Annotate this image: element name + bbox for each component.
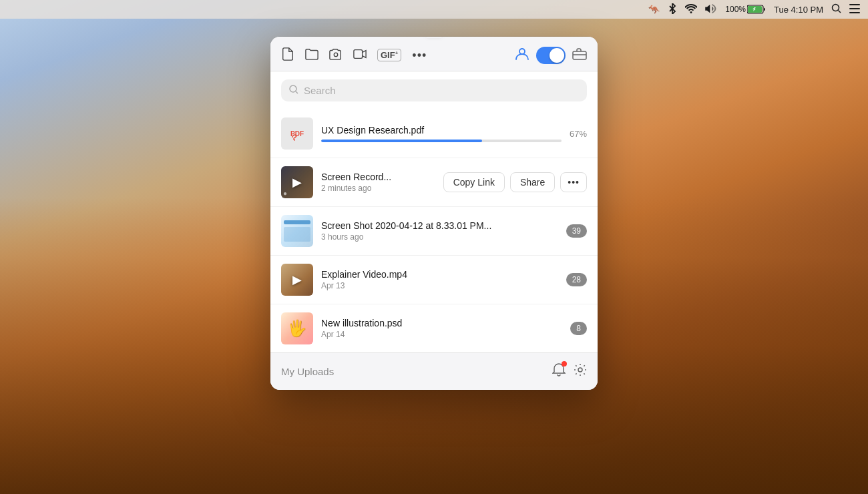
screenshot-preview — [281, 215, 313, 247]
footer-icons — [552, 362, 587, 381]
menubar: 🦘 100% — [0, 0, 868, 19]
volume-icon[interactable] — [705, 4, 717, 15]
menubar-list-icon[interactable] — [849, 4, 860, 15]
file-name: Screen Record... — [321, 172, 435, 182]
svg-line-3 — [839, 11, 841, 13]
file-info: UX Design Research.pdf — [321, 125, 562, 142]
footer: My Uploads — [270, 352, 598, 390]
file-item[interactable]: ▶ Explainer Video.mp4 Apr 13 28 — [270, 256, 598, 304]
svg-text:PDF: PDF — [290, 130, 304, 138]
file-thumbnail: 🖐️ — [281, 312, 313, 344]
file-name: New illustration.psd — [321, 318, 562, 328]
search-input-wrapper[interactable] — [281, 79, 587, 101]
file-thumbnail — [281, 215, 313, 247]
wifi-icon[interactable] — [685, 4, 697, 15]
svg-point-2 — [833, 5, 839, 11]
svg-rect-4 — [849, 4, 860, 5]
popup-panel: GIF+ ••• — [270, 37, 598, 390]
file-meta: Apr 13 — [321, 281, 558, 290]
file-badge: 39 — [566, 224, 587, 238]
video-icon[interactable] — [353, 47, 367, 63]
play-icon: ▶ — [292, 272, 302, 287]
svg-rect-6 — [849, 12, 860, 13]
menubar-search-icon[interactable] — [831, 3, 841, 15]
battery-indicator: 100% — [725, 5, 766, 14]
new-file-icon[interactable] — [281, 47, 294, 63]
toggle-switch[interactable] — [536, 47, 566, 64]
file-name: UX Design Research.pdf — [321, 125, 562, 136]
search-bar — [270, 71, 598, 109]
file-badge: 8 — [570, 322, 587, 335]
action-buttons: Copy Link Share ••• — [443, 172, 587, 192]
briefcase-icon[interactable] — [572, 47, 587, 63]
footer-title: My Uploads — [281, 366, 334, 377]
menubar-time: Tue 4:10 PM — [774, 5, 823, 15]
progress-fill — [321, 140, 482, 142]
file-info: New illustration.psd Apr 14 — [321, 318, 562, 339]
file-meta: Apr 14 — [321, 330, 562, 339]
svg-point-9 — [519, 49, 525, 54]
file-item[interactable]: Screen Shot 2020-04-12 at 8.33.01 PM... … — [270, 207, 598, 256]
menubar-right: 🦘 100% — [648, 3, 860, 16]
more-options-button[interactable]: ••• — [560, 172, 587, 192]
svg-rect-8 — [354, 50, 363, 59]
file-meta: 3 hours ago — [321, 232, 558, 242]
file-thumbnail: ▶ — [281, 264, 313, 296]
svg-line-13 — [296, 91, 298, 93]
camera-icon[interactable] — [329, 47, 343, 63]
bell-icon[interactable] — [552, 362, 566, 381]
toolbar-right — [515, 46, 587, 64]
svg-rect-10 — [573, 51, 586, 59]
file-right: 28 — [566, 273, 587, 286]
file-info: Explainer Video.mp4 Apr 13 — [321, 269, 558, 290]
share-button[interactable]: Share — [510, 172, 555, 192]
file-info: Screen Record... 2 minutes ago — [321, 172, 435, 193]
toolbar-icons: GIF+ ••• — [281, 47, 501, 63]
gif-icon[interactable]: GIF+ — [377, 49, 401, 61]
svg-point-7 — [334, 53, 337, 56]
svg-point-12 — [290, 85, 296, 92]
progress-container — [321, 140, 562, 142]
file-item[interactable]: 🖐️ New illustration.psd Apr 14 8 — [270, 304, 598, 352]
desktop: 🦘 100% — [0, 0, 868, 494]
file-badge: 28 — [566, 273, 587, 286]
settings-icon[interactable] — [574, 363, 587, 380]
file-info: Screen Shot 2020-04-12 at 8.33.01 PM... … — [321, 220, 558, 242]
user-icon[interactable] — [515, 46, 529, 64]
search-icon — [289, 85, 298, 96]
file-meta: 2 minutes ago — [321, 184, 435, 193]
search-input[interactable] — [304, 85, 579, 96]
file-right: 8 — [570, 322, 587, 335]
file-right: Copy Link Share ••• — [443, 172, 587, 192]
file-list: PDF UX Design Research.pdf 67% — [270, 109, 598, 352]
svg-point-16 — [578, 368, 582, 372]
battery-percent: 100% — [725, 5, 746, 14]
file-thumbnail: PDF — [281, 117, 313, 150]
progress-percent: 67% — [570, 129, 587, 139]
svg-rect-5 — [849, 8, 860, 9]
file-name: Screen Shot 2020-04-12 at 8.33.01 PM... — [321, 220, 558, 231]
file-right: 67% — [570, 129, 587, 139]
folder-icon[interactable] — [305, 47, 318, 63]
file-name: Explainer Video.mp4 — [321, 269, 558, 280]
more-icon[interactable]: ••• — [412, 49, 427, 61]
file-item[interactable]: PDF UX Design Research.pdf 67% — [270, 109, 598, 158]
notification-dot — [562, 361, 567, 366]
play-icon: ▶ — [292, 175, 302, 190]
file-right: 39 — [566, 224, 587, 238]
kangaroo-icon[interactable]: 🦘 — [648, 4, 660, 15]
file-item[interactable]: ● ▶ Screen Record... 2 minutes ago Copy … — [270, 158, 598, 207]
copy-link-button[interactable]: Copy Link — [443, 172, 505, 192]
progress-track — [321, 140, 562, 142]
file-thumbnail: ● ▶ — [281, 166, 313, 198]
bluetooth-icon[interactable] — [668, 3, 677, 16]
illustration-preview: 🖐️ — [281, 312, 313, 344]
toolbar: GIF+ ••• — [270, 37, 598, 71]
